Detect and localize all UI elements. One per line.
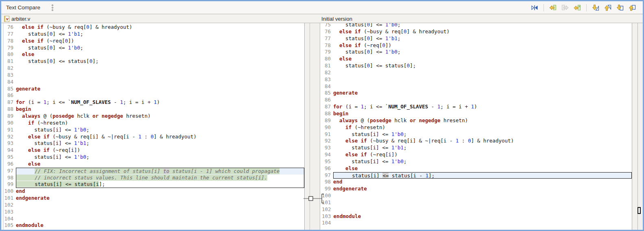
left-code-line: 104	[4, 216, 304, 222]
left-code-line: 99 status[i] <= status[i];	[4, 181, 304, 188]
left-code-line: 80 else	[4, 51, 304, 58]
copy-all-right-to-left-button[interactable]	[548, 3, 558, 13]
swap-left-right-icon	[531, 4, 538, 11]
left-code-line: 105endmodule	[4, 222, 304, 229]
code-text: for (i = 1; i <= `NUM_OF_SLAVES - 1; i =…	[333, 104, 632, 110]
right-code-line: 83	[322, 76, 632, 83]
code-text: // FIX: Incorrect assignment of status[i…	[16, 168, 304, 175]
previous-change-icon	[629, 4, 636, 11]
line-number: 97	[4, 168, 16, 175]
left-code-line: 90 if (~hresetn)	[4, 120, 304, 127]
right-pane-header: Initial version	[321, 14, 352, 23]
left-code-line: 83	[4, 72, 304, 79]
line-number: 95	[322, 158, 333, 165]
line-number: 99	[4, 181, 16, 188]
copy-current-left-to-right-icon	[561, 4, 569, 11]
line-number: 102	[322, 206, 334, 213]
line-number: 79	[322, 49, 333, 56]
line-number: 103	[322, 213, 334, 220]
left-code-line: 77 status[0] <= 1'b1;	[4, 31, 304, 38]
right-code-line: 84	[322, 83, 632, 90]
right-code-line: 86	[322, 97, 632, 104]
left-code-line: 86	[4, 92, 304, 99]
code-text: endmodule	[16, 222, 304, 229]
right-code-line: 100	[322, 192, 632, 199]
right-scrollbar[interactable]	[632, 23, 643, 230]
code-text: // incorrect status values. This line sh…	[16, 175, 304, 181]
compare-toolbar: Text Compare	[1, 1, 643, 14]
left-code-line: 82	[4, 65, 304, 72]
next-difference-button[interactable]	[591, 3, 600, 13]
right-code-line: 97 status[i] <= status[i - 1];	[322, 172, 632, 179]
previous-difference-icon	[604, 4, 611, 11]
code-text	[333, 76, 632, 83]
diff-overview-marker[interactable]	[637, 207, 641, 214]
previous-change-button[interactable]	[627, 3, 637, 13]
left-code-line: 89 always @ (posedge hclk or negedge hre…	[4, 113, 304, 120]
left-code-line: 103	[4, 209, 304, 216]
code-text: status[i] <= status[i - 1];	[333, 172, 632, 179]
copy-current-left-to-right-button[interactable]	[560, 3, 570, 13]
line-number: 81	[4, 58, 16, 65]
code-text: status[0] <= status[0];	[333, 63, 632, 69]
compare-editor-window: Text Compare	[0, 0, 644, 231]
line-number: 104	[4, 216, 16, 222]
right-code-line: 80 else	[322, 56, 632, 63]
code-text	[16, 209, 304, 216]
line-number: 89	[4, 113, 16, 120]
line-number: 91	[4, 127, 16, 134]
copy-current-right-to-left-button[interactable]	[572, 3, 582, 13]
left-code-line: 85generate	[4, 86, 304, 93]
left-code-line: 101endgenerate	[4, 195, 304, 202]
code-text: else if (~req[0])	[16, 38, 304, 45]
left-code-line: 102	[4, 202, 304, 209]
code-text: else	[16, 51, 304, 58]
pane-headers: v arbiter.v Initial version	[1, 14, 643, 23]
code-text: status[i] <= status[i];	[16, 181, 304, 188]
code-text: endgenerate	[16, 195, 304, 202]
view-menu-icon[interactable]	[52, 4, 53, 11]
line-number: 78	[322, 42, 333, 49]
left-editor[interactable]: 76 else if (~busy & req[0] & hreadyout)7…	[1, 23, 304, 230]
right-code-line: 79 status[0] <= 1'b0;	[322, 49, 632, 56]
code-text: else if (~busy & req[0] & hreadyout)	[333, 28, 632, 35]
code-text	[16, 65, 304, 72]
right-code-line: 93 status[i] <= 1'b1;	[322, 145, 632, 151]
line-number: 77	[322, 35, 333, 42]
right-editor[interactable]: 75 status[0] <= 1'b0;76 else if (~busy &…	[320, 23, 632, 230]
code-text	[16, 216, 304, 222]
line-number: 101	[4, 195, 16, 202]
left-code-line: 88begin	[4, 106, 304, 113]
line-number: 104	[322, 220, 334, 227]
code-text: endgenerate	[333, 186, 632, 192]
code-text: status[0] <= status[0];	[16, 58, 304, 65]
line-number: 94	[4, 147, 16, 154]
line-number: 78	[4, 38, 16, 45]
code-text: else if (~req[i])	[16, 147, 304, 154]
code-text	[16, 72, 304, 79]
code-text: status[i] <= 1'b0;	[16, 127, 304, 134]
left-code-line: 94 else if (~req[i])	[4, 147, 304, 154]
right-code-line: 96 else	[322, 165, 632, 172]
code-text	[16, 202, 304, 209]
diff-connector-handle[interactable]	[309, 196, 313, 201]
line-number: 94	[322, 151, 333, 158]
right-code-line: 104	[322, 220, 632, 227]
line-number: 87	[322, 104, 333, 110]
copy-current-right-to-left-icon	[574, 4, 581, 11]
toolbar-separator	[544, 4, 544, 11]
swap-left-right-button[interactable]	[530, 3, 539, 13]
code-text	[16, 79, 304, 86]
previous-difference-button[interactable]	[603, 3, 613, 13]
line-number: 100	[4, 188, 16, 195]
line-number: 86	[322, 97, 333, 104]
line-number: 80	[4, 51, 16, 58]
line-number: 103	[4, 209, 16, 216]
left-code-line: 96 else	[4, 161, 304, 168]
code-text: status[i] <= 1'b0;	[333, 131, 632, 138]
left-annotation-ruler	[1, 23, 4, 230]
code-text: status[0] <= 1'b1;	[16, 31, 304, 38]
next-change-button[interactable]	[615, 3, 625, 13]
code-text: else	[333, 165, 632, 172]
line-number: 77	[4, 31, 16, 38]
